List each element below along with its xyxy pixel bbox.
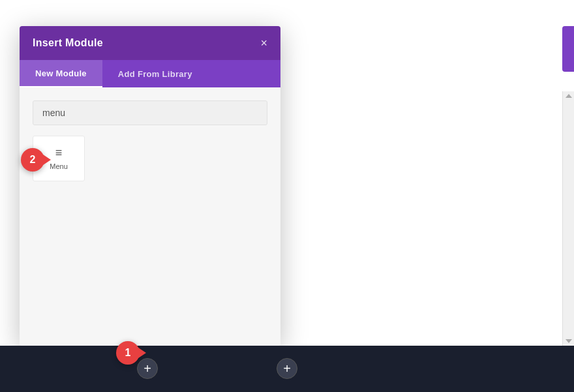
scrollbar-down-arrow[interactable]	[566, 339, 572, 343]
purple-side-panel[interactable]	[562, 26, 574, 72]
module-search-input[interactable]	[33, 100, 267, 125]
modules-grid: ≡ Menu	[33, 136, 267, 181]
scrollbar-area	[562, 91, 574, 346]
modal-tabs: New Module Add From Library	[20, 60, 280, 87]
scrollbar-up-arrow[interactable]	[566, 94, 572, 98]
tab-new-module[interactable]: New Module	[20, 60, 102, 87]
modal-header: Insert Module ×	[20, 26, 280, 60]
modal-close-button[interactable]: ×	[260, 37, 267, 49]
tab-add-from-library[interactable]: Add From Library	[102, 60, 208, 87]
bottom-bar: + +	[0, 346, 574, 392]
insert-module-modal: Insert Module × New Module Add From Libr…	[20, 26, 280, 346]
modal-body: ≡ Menu	[20, 87, 280, 346]
menu-icon: ≡	[55, 147, 63, 158]
modal-title: Insert Module	[33, 37, 103, 49]
step-badge-2: 2	[21, 148, 44, 172]
add-module-button-center[interactable]: +	[277, 358, 297, 379]
add-module-button-left[interactable]: +	[137, 358, 158, 379]
step-badge-1: 1	[116, 341, 140, 365]
module-label-menu: Menu	[50, 162, 68, 170]
